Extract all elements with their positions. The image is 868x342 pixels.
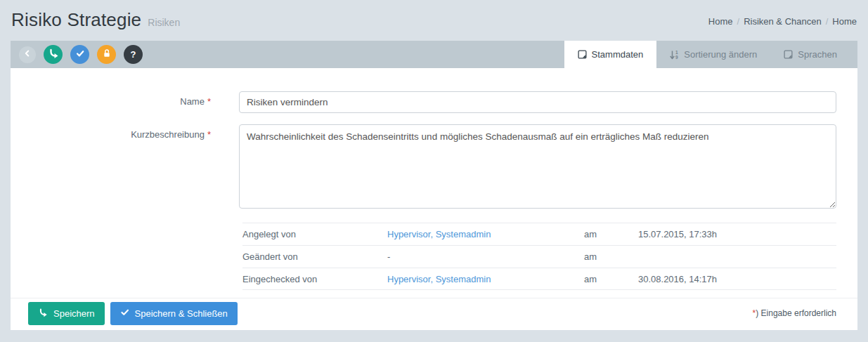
name-input[interactable] — [239, 91, 836, 113]
meta-value: Hypervisor, Systemadmin — [387, 274, 584, 284]
description-textarea[interactable]: Wahrscheinlichkeit des Schadenseintritts… — [239, 124, 836, 209]
meta-value: Hypervisor, Systemadmin — [387, 229, 584, 239]
main-panel: ? Stammdaten 19 Sortierung ändern Sprac — [11, 41, 857, 330]
name-form-row: Name* — [11, 91, 857, 113]
meta-label: Angelegt von — [242, 229, 387, 239]
meta-value: - — [387, 251, 584, 262]
meta-am-label: am — [584, 274, 638, 284]
page-subtitle: Risiken — [148, 17, 180, 28]
meta-label: Eingechecked von — [242, 274, 387, 284]
help-toolbar-button[interactable]: ? — [124, 45, 143, 64]
meta-am-label: am — [584, 229, 638, 239]
breadcrumb-item-home-1[interactable]: Home — [708, 16, 733, 27]
breadcrumb-separator: / — [826, 16, 829, 27]
tab-stammdaten[interactable]: Stammdaten — [564, 41, 657, 68]
toolbar: ? Stammdaten 19 Sortierung ändern Sprac — [11, 41, 857, 68]
table-row-geaendert-von: Geändert von - am — [242, 245, 836, 268]
description-form-row: Kurzbeschreibung* Wahrscheinlichkeit des… — [11, 124, 857, 211]
svg-text:1: 1 — [675, 50, 678, 55]
table-row-eingechecked-von: Eingechecked von Hypervisor, Systemadmin… — [242, 268, 836, 290]
tab-label: Sprachen — [798, 49, 837, 60]
save-button-label: Speichern — [53, 308, 95, 319]
meta-am-label: am — [584, 251, 638, 262]
check-icon — [75, 48, 85, 61]
name-label: Name* — [11, 91, 211, 107]
confirm-toolbar-button[interactable] — [70, 45, 89, 64]
breadcrumb-item-risiken-chancen[interactable]: Risiken & Chancen — [744, 16, 822, 27]
meta-date: 30.08.2016, 14:17h — [638, 274, 836, 284]
required-asterisk: * — [207, 96, 211, 107]
meta-date: 15.07.2015, 17:33h — [638, 229, 836, 239]
page-header: Risiko Strategie Risiken Home/Risiken & … — [0, 0, 868, 41]
tab-sprachen[interactable]: Sprachen — [770, 41, 850, 68]
page-title: Risiko Strategie — [11, 9, 141, 31]
chevron-left-icon — [22, 48, 32, 61]
save-button[interactable]: Speichern — [28, 302, 105, 325]
panel-footer: Speichern Speichern & Schließen *) Einga… — [11, 298, 857, 330]
forward-arrow-icon — [38, 308, 48, 320]
save-and-close-button[interactable]: Speichern & Schließen — [110, 302, 238, 325]
breadcrumb-item-home-2[interactable]: Home — [832, 16, 857, 27]
description-label: Kurzbeschreibung* — [11, 124, 211, 140]
save-toolbar-button[interactable] — [44, 45, 63, 64]
unlock-icon — [102, 48, 112, 61]
lock-toolbar-button[interactable] — [97, 45, 116, 64]
question-icon: ? — [131, 49, 136, 60]
check-icon — [120, 308, 129, 319]
tab-label: Stammdaten — [592, 49, 644, 60]
form-icon — [578, 50, 587, 59]
svg-text:9: 9 — [675, 55, 678, 60]
meta-label: Geändert von — [242, 251, 387, 262]
tab-label: Sortierung ändern — [684, 49, 757, 60]
user-link[interactable]: Hypervisor, Systemadmin — [387, 274, 491, 284]
back-button[interactable] — [19, 46, 36, 63]
forward-arrow-icon — [48, 48, 59, 62]
sort-numeric-icon: 19 — [670, 50, 679, 60]
tab-sortierung-aendern[interactable]: 19 Sortierung ändern — [656, 41, 770, 68]
meta-table: Angelegt von Hypervisor, Systemadmin am … — [242, 223, 836, 290]
form-content: Name* Kurzbeschreibung* Wahrscheinlichke… — [11, 68, 857, 298]
breadcrumb-separator: / — [737, 16, 740, 27]
save-and-close-button-label: Speichern & Schließen — [135, 308, 228, 319]
table-row-angelegt-von: Angelegt von Hypervisor, Systemadmin am … — [242, 223, 836, 245]
languages-icon — [784, 50, 793, 59]
tab-bar: Stammdaten 19 Sortierung ändern Sprachen — [564, 41, 857, 68]
required-asterisk: * — [207, 129, 211, 140]
breadcrumb: Home/Risiken & Chancen/Home — [708, 9, 857, 27]
user-link[interactable]: Hypervisor, Systemadmin — [387, 229, 491, 239]
required-note: *) Eingabe erforderlich — [753, 308, 836, 318]
